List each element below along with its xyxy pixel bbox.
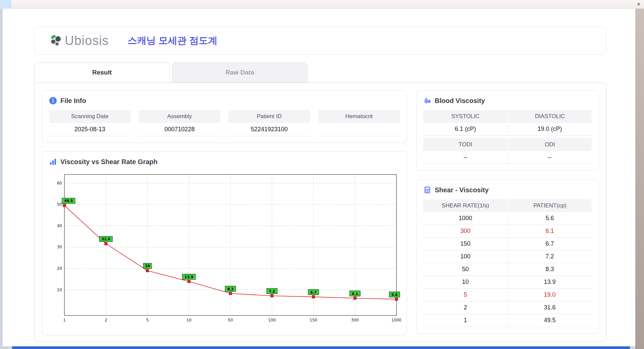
graph-card: Viscosity vs Shear Rate Graph 1020304050… [42,151,407,335]
systolic-value: 6.1 (cP) [423,123,507,136]
header-diastolic: DIASTOLIC [507,110,592,123]
spacer [423,136,592,138]
right-column: Blood Viscosity SYSTOLIC DIASTOLIC 6.1 (… [416,90,599,334]
table-row: 1000 5.6 [423,212,592,225]
tab-bar: Result Raw Data [34,62,606,83]
odi-value: – [507,151,592,164]
header-todi: TODI [423,138,507,151]
svg-text:150: 150 [310,318,317,322]
page: Ubiosis 스캐닝 모세관 점도계 Result Raw Data [3,9,635,346]
result-panel: File Info Scanning Date 2025-08-13 Assem… [34,83,606,342]
svg-text:5: 5 [146,318,149,322]
table-row: 2 31.6 [423,301,592,314]
field-scanning-date: Scanning Date 2025-08-13 [49,110,131,136]
field-label: Hematocrit [318,110,400,123]
calculator-icon [423,186,431,194]
svg-text:60: 60 [57,181,62,186]
field-value: 000710228 [139,123,221,136]
blood-viscosity-table: SYSTOLIC DIASTOLIC 6.1 (cP) 19.0 (cP) TO… [423,110,592,164]
field-value: 2025-08-13 [49,123,131,136]
field-value: 52241923100 [228,123,310,136]
svg-text:50: 50 [57,202,62,207]
file-info-card: File Info Scanning Date 2025-08-13 Assem… [42,90,407,143]
graph-title: Viscosity vs Shear Rate Graph [60,158,158,166]
svg-text:50: 50 [228,318,233,322]
shear-cell: 10 [423,276,507,289]
info-icon [49,97,57,105]
desktop-corner [0,0,11,9]
patient-cell: 7.2 [507,250,592,263]
svg-text:5.6: 5.6 [391,293,398,297]
svg-text:300: 300 [351,318,359,322]
file-info-fields: Scanning Date 2025-08-13 Assembly 000710… [49,110,400,136]
table-header-row: SYSTOLIC DIASTOLIC [423,110,592,123]
todi-value: – [423,151,507,164]
diastolic-value: 19.0 (cP) [507,123,592,136]
ubiosis-logo-icon [49,34,63,48]
shear-cell: 50 [423,263,507,276]
svg-text:40: 40 [57,223,62,228]
patient-cell: 49.5 [507,314,592,327]
shear-cell: 1 [423,314,507,327]
app-window: Ubiosis 스캐닝 모세관 점도계 Result Raw Data [3,9,635,346]
column-shear-rate: SHEAR RATE(1/s) [423,199,507,212]
tab-result[interactable]: Result [34,62,170,83]
file-info-title-row: File Info [49,97,400,105]
shear-viscosity-table: SHEAR RATE(1/s) PATIENT(cp) 1000 5.6 300… [423,199,592,327]
table-row: – – [423,151,592,164]
left-column: File Info Scanning Date 2025-08-13 Assem… [42,90,407,334]
app-title: 스캐닝 모세관 점도계 [128,34,218,47]
patient-cell: 6.1 [507,225,592,238]
tab-result-label: Result [92,69,112,76]
tab-raw-data-label: Raw Data [225,69,254,76]
svg-text:6.1: 6.1 [352,292,358,296]
shear-cell: 5 [423,289,507,301]
patient-cell: 5.6 [507,212,592,225]
svg-text:13.9: 13.9 [184,275,193,279]
svg-text:100: 100 [268,318,276,322]
table-row: 300 6.1 [423,225,592,238]
patient-cell: 31.6 [507,301,592,314]
svg-text:6.7: 6.7 [310,290,317,294]
header-card: Ubiosis 스캐닝 모세관 점도계 [34,27,606,54]
field-patient-id: Patient ID 52241923100 [228,110,310,136]
table-row: 50 8.3 [423,263,592,276]
field-label: Patient ID [228,110,310,123]
svg-text:49.5: 49.5 [64,199,73,203]
shear-cell: 1000 [423,212,507,225]
desktop-edge [635,9,644,349]
patient-cell: 6.7 [507,238,592,250]
patient-cell: 13.9 [507,276,592,289]
taskbar-strip [12,346,630,349]
shear-viscosity-title-row: Shear - Viscosity [423,186,592,194]
close-button[interactable]: × [637,1,640,8]
shear-cell: 150 [423,238,507,250]
svg-text:1000: 1000 [391,318,401,322]
svg-text:20: 20 [57,266,62,271]
graph-title-row: Viscosity vs Shear Rate Graph [49,158,400,166]
svg-text:1: 1 [63,318,66,322]
table-row: 100 7.2 [423,250,592,263]
patient-cell: 8.3 [507,263,592,276]
field-value [318,123,400,136]
tab-raw-data[interactable]: Raw Data [172,62,308,83]
header-systolic: SYSTOLIC [423,110,507,123]
table-header-row: TODI ODI [423,138,592,151]
blood-viscosity-title-row: Blood Viscosity [423,97,592,105]
field-label: Assembly [139,110,221,123]
table-row: 10 13.9 [423,276,592,289]
brand-name: Ubiosis [65,34,109,48]
field-hematocrit: Hematocrit [318,110,400,136]
table-row: 5 19.0 [423,289,592,301]
blood-viscosity-title: Blood Viscosity [435,97,485,105]
blood-viscosity-card: Blood Viscosity SYSTOLIC DIASTOLIC 6.1 (… [416,90,599,170]
column-patient: PATIENT(cp) [507,199,592,212]
window-titlebar: × [0,0,644,9]
field-assembly: Assembly 000710228 [139,110,221,136]
shear-viscosity-title: Shear - Viscosity [435,186,489,194]
table-header-row: SHEAR RATE(1/s) PATIENT(cp) [423,199,592,212]
svg-text:10: 10 [57,288,62,292]
brand: Ubiosis [49,34,109,48]
svg-text:8.3: 8.3 [227,287,234,291]
table-row: 1 49.5 [423,314,592,327]
